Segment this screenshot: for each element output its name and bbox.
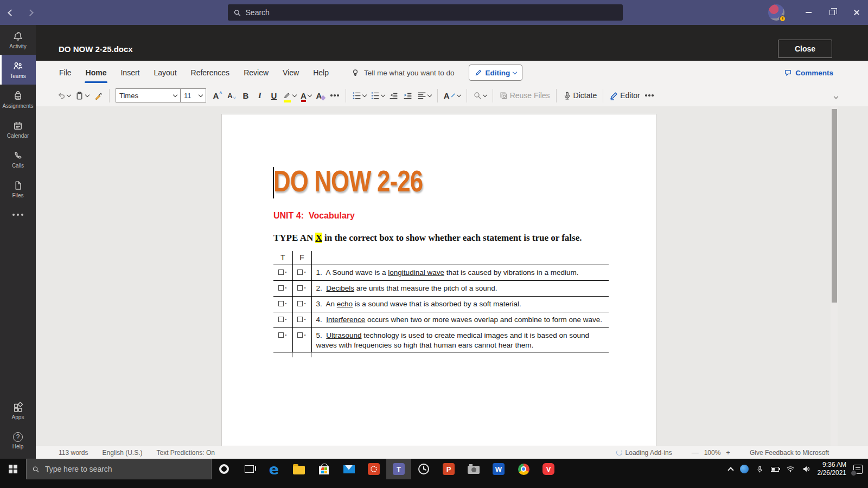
true-checkbox[interactable]: · bbox=[273, 265, 292, 281]
search-input[interactable] bbox=[246, 8, 617, 17]
format-painter-button[interactable] bbox=[91, 87, 105, 104]
zoom-level[interactable]: 100% bbox=[704, 449, 721, 457]
wifi-icon[interactable] bbox=[786, 465, 795, 473]
text-predictions-status[interactable]: Text Predictions: On bbox=[157, 449, 215, 457]
word-count[interactable]: 113 words bbox=[59, 449, 88, 457]
sidebar-item-files[interactable]: Files bbox=[0, 174, 36, 204]
taskbar-app-file-explorer[interactable] bbox=[286, 459, 311, 479]
tab-layout[interactable]: Layout bbox=[146, 61, 183, 85]
taskbar-app-opera[interactable] bbox=[212, 459, 237, 479]
tab-help[interactable]: Help bbox=[306, 61, 336, 85]
bold-button[interactable]: B bbox=[239, 87, 253, 104]
unit-heading[interactable]: UNIT 4: Vocabulary bbox=[273, 211, 623, 221]
action-center-icon[interactable] bbox=[853, 465, 863, 474]
taskbar-app-clock[interactable] bbox=[411, 459, 436, 479]
taskbar-app-chrome[interactable] bbox=[511, 459, 536, 479]
statement-cell[interactable]: 5. Ultrasound technology is used to crea… bbox=[311, 328, 609, 352]
wordart-title[interactable]: DO NOW 2-26 bbox=[273, 164, 546, 198]
sidebar-item-assignments[interactable]: Assignments bbox=[0, 85, 36, 114]
statement-cell[interactable]: 4. Interference occurs when two or more … bbox=[311, 312, 609, 328]
comments-button[interactable]: Comments bbox=[784, 69, 833, 77]
statement-cell[interactable]: 1. A Sound wave is a longitudinal wave t… bbox=[311, 265, 609, 281]
tab-file[interactable]: File bbox=[52, 61, 79, 85]
zoom-out-button[interactable]: — bbox=[686, 448, 704, 457]
user-avatar[interactable] bbox=[768, 4, 784, 21]
taskbar-search-box[interactable] bbox=[26, 459, 212, 479]
underline-button[interactable]: U bbox=[267, 87, 281, 104]
document-canvas[interactable]: DO NOW 2-26 UNIT 4: Vocabulary TYPE AN X… bbox=[36, 106, 868, 446]
numbering-button[interactable] bbox=[368, 87, 387, 104]
taskbar-app-camera[interactable] bbox=[461, 459, 486, 479]
vertical-scrollbar[interactable] bbox=[831, 106, 838, 446]
taskbar-app-store[interactable] bbox=[311, 459, 336, 479]
battery-icon[interactable] bbox=[771, 467, 779, 472]
false-checkbox[interactable]: · bbox=[292, 328, 311, 352]
taskbar-clock[interactable]: 9:36 AM 2/26/2021 bbox=[818, 461, 846, 477]
taskbar-app-mail[interactable] bbox=[336, 459, 361, 479]
undo-button[interactable] bbox=[54, 87, 73, 104]
font-color-button[interactable]: A bbox=[298, 87, 314, 104]
paste-button[interactable] bbox=[73, 87, 91, 104]
tray-expand-icon[interactable] bbox=[727, 467, 733, 473]
sidebar-more-button[interactable] bbox=[0, 204, 36, 226]
zoom-in-button[interactable]: + bbox=[720, 448, 736, 457]
close-window-button[interactable] bbox=[844, 0, 868, 25]
more-font-options-button[interactable] bbox=[328, 87, 342, 104]
task-view-button[interactable] bbox=[237, 459, 261, 479]
true-checkbox[interactable]: · bbox=[273, 297, 292, 312]
sidebar-item-help[interactable]: ? Help bbox=[0, 426, 36, 455]
true-checkbox[interactable]: · bbox=[273, 281, 292, 297]
forward-button[interactable] bbox=[28, 8, 33, 17]
reuse-files-button[interactable]: Reuse Files bbox=[497, 87, 552, 104]
sidebar-item-activity[interactable]: Activity bbox=[0, 25, 36, 55]
tab-references[interactable]: References bbox=[184, 61, 237, 85]
italic-button[interactable]: I bbox=[253, 87, 267, 104]
sidebar-item-teams[interactable]: Teams bbox=[0, 55, 36, 85]
decrease-indent-button[interactable] bbox=[387, 87, 401, 104]
tray-app-icon[interactable] bbox=[740, 465, 749, 473]
text-effects-button[interactable]: A bbox=[314, 87, 328, 104]
minimize-button[interactable] bbox=[796, 0, 820, 25]
shrink-font-button[interactable]: A˅ bbox=[225, 87, 239, 104]
false-checkbox[interactable]: · bbox=[292, 297, 311, 312]
styles-button[interactable]: A bbox=[442, 87, 463, 104]
feedback-link[interactable]: Give Feedback to Microsoft bbox=[750, 449, 829, 457]
bullets-button[interactable] bbox=[350, 87, 368, 104]
back-button[interactable] bbox=[9, 8, 14, 17]
tab-review[interactable]: Review bbox=[237, 61, 276, 85]
microphone-tray-icon[interactable] bbox=[756, 465, 764, 473]
taskbar-app-vivaldi[interactable]: V bbox=[536, 459, 561, 479]
sidebar-item-calendar[interactable]: Calendar bbox=[0, 114, 36, 144]
statement-cell[interactable]: 3. An echo is a sound wave that is absor… bbox=[311, 297, 609, 312]
taskbar-app-word[interactable]: W bbox=[486, 459, 511, 479]
find-button[interactable] bbox=[471, 87, 489, 104]
collapse-ribbon-button[interactable] bbox=[834, 91, 838, 100]
document-page[interactable]: DO NOW 2-26 UNIT 4: Vocabulary TYPE AN X… bbox=[221, 114, 656, 446]
false-checkbox[interactable]: · bbox=[292, 265, 311, 281]
taskbar-app-powerpoint[interactable]: P bbox=[436, 459, 461, 479]
language-status[interactable]: English (U.S.) bbox=[102, 449, 142, 457]
restore-button[interactable] bbox=[820, 0, 844, 25]
highlight-button[interactable] bbox=[281, 87, 298, 104]
increase-indent-button[interactable] bbox=[401, 87, 415, 104]
teams-search-box[interactable] bbox=[228, 4, 623, 21]
font-size-select[interactable]: 11 bbox=[180, 88, 206, 102]
alignment-button[interactable] bbox=[415, 87, 433, 104]
taskbar-search-input[interactable] bbox=[45, 465, 206, 473]
scrollbar-thumb[interactable] bbox=[832, 109, 837, 303]
false-checkbox[interactable]: · bbox=[292, 312, 311, 328]
true-checkbox[interactable]: · bbox=[273, 328, 292, 352]
close-document-button[interactable]: Close bbox=[778, 40, 832, 58]
editing-mode-button[interactable]: Editing bbox=[469, 65, 523, 81]
sidebar-item-apps[interactable]: Apps bbox=[0, 396, 36, 426]
more-toolbar-button[interactable] bbox=[642, 87, 656, 104]
editor-button[interactable]: Editor bbox=[607, 87, 642, 104]
taskbar-app-edge[interactable]: e bbox=[261, 459, 286, 479]
true-checkbox[interactable]: · bbox=[273, 312, 292, 328]
sidebar-item-calls[interactable]: Calls bbox=[0, 144, 36, 174]
start-button[interactable] bbox=[0, 459, 26, 479]
tab-insert[interactable]: Insert bbox=[113, 61, 146, 85]
statement-cell[interactable]: 2. Decibels are units that measure the p… bbox=[311, 281, 609, 297]
dictate-button[interactable]: Dictate bbox=[560, 87, 599, 104]
false-checkbox[interactable]: · bbox=[292, 281, 311, 297]
